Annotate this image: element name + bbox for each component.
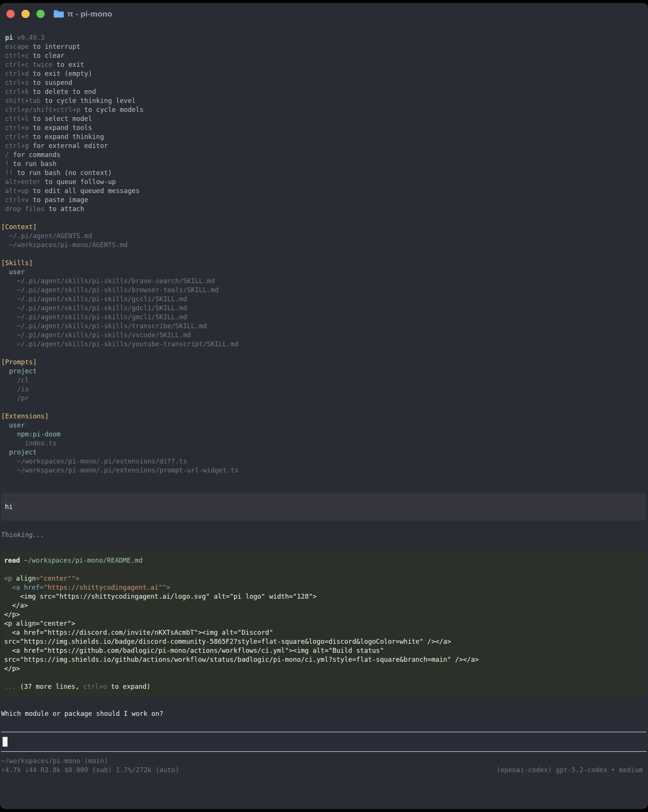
section-row-text: ~/.pi/agent/skills/pi-skills/youtube-tra… [1,340,238,348]
code-line: src="https://img.shields.io/github/actio… [4,655,646,664]
code-line: <p align="center""> [4,574,646,583]
section-row-text: user [1,268,25,276]
code-segment: href [24,584,40,591]
code-segment: src="https://img.shields.io/badge/discor… [4,638,451,645]
code-segment: src="https://img.shields.io/github/actio… [4,656,479,663]
shortcut-line: drop files to attach [1,204,648,213]
section-row: /cl [1,375,648,385]
assistant-message: Which module or package should I work on… [1,709,648,718]
code-segment: <img src="https://shittycodingagent.ai/l… [4,593,317,600]
section-row: ~/.pi/agent/skills/pi-skills/gccli/SKILL… [1,295,648,304]
shortcut-desc: to paste image [33,196,88,203]
sections-block: [Context] ~/.pi/agent/AGENTS.md ~/worksp… [1,222,648,475]
code-segment: <p [4,575,16,582]
shortcut-line: ctrl+g for external editor [1,141,648,150]
shortcut-keys: alt+enter [1,178,45,186]
shortcut-line: alt+enter to queue follow-up [1,177,648,186]
tool-name: read [4,557,20,564]
shortcut-desc: to edit all queued messages [33,187,139,195]
shortcut-line: ctrl+o to expand tools [1,123,648,132]
shortcut-desc: to attach [49,205,84,212]
shortcut-keys: alt+up [1,187,33,195]
truncation-segment: (37 more lines, [20,683,83,690]
zoom-button[interactable] [37,10,45,18]
section-prompts: [Prompts] project /cl /is /pr [1,357,648,403]
shortcut-desc: to select model [33,115,92,122]
shortcut-keys: ctrl+o [1,124,33,131]
shortcut-line: ctrl+d to exit (empty) [1,69,648,78]
shortcut-line: ! to run bash [1,159,648,168]
code-line: <a href="https://shittycodingagent.ai""> [4,583,646,592]
shortcut-line: ctrl+c to clear [1,51,648,60]
code-line: </a> [4,601,646,610]
app-version-line: pi v0.49.3 [1,33,648,42]
text-cursor [3,737,8,746]
title-group: π - pi-mono [54,9,112,19]
section-row-text: ~/.pi/agent/skills/pi-skills/brave-searc… [1,277,215,285]
folder-icon [54,9,64,19]
section-row: ~/workspaces/pi-mono/AGENTS.md [1,240,648,249]
section-row: npm:pi-doom [1,430,648,439]
code-line [4,673,646,682]
usage-status-row: ↑4.7k ↓44 R3.8k $0.009 (sub) 1.7%/272k (… [1,765,648,774]
code-segment: </p> [4,665,20,672]
shortcut-line: ctrl+t to expand thinking [1,132,648,141]
section-title: [Extensions] [1,412,648,421]
section-row: ~/.pi/agent/skills/pi-skills/browser-too… [1,285,648,295]
workdir-status: ~/workspaces/pi-mono (main) [1,756,648,765]
token-usage: ↑4.7k ↓44 R3.8k $0.009 (sub) 1.7%/272k (… [1,765,179,774]
shortcut-desc: to clear [33,52,64,60]
shortcut-desc: to run bash [13,160,57,168]
shortcut-keys: ctrl+c twice [1,61,57,68]
section-row-text: /pr [1,394,29,402]
shortcut-line: ctrl+c twice to exit [1,60,648,69]
terminal-window: π - pi-mono pi v0.49.3 escape to interru… [0,3,648,809]
titlebar[interactable]: π - pi-mono [0,3,648,25]
shortcut-line: ctrl+l to select model [1,114,648,123]
user-message-text: hi [5,502,646,511]
section-title: [Context] [1,222,648,231]
tool-arg-path: ~/workspaces/pi-mono/README.md [24,557,143,564]
app-version: v0.49.3 [17,34,45,41]
section-row-text: npm:pi-doom [1,430,61,438]
shortcut-line: escape to interrupt [1,42,648,51]
model-indicator: (openai-codex) gpt-5.2-codex • medium [496,765,643,774]
code-segment: "https://shittycodingagent.ai" [44,584,162,591]
shortcut-desc: to exit (empty) [33,70,92,77]
tool-code-output: <p align="center""> <a href="https://shi… [4,574,646,682]
section-row-text: ~/workspaces/pi-mono/.pi/extensions/prom… [1,467,238,474]
prompt-input[interactable] [1,732,646,752]
shortcut-line: ctrl+z to suspend [1,78,648,87]
close-button[interactable] [6,10,15,18]
code-segment: <a [4,584,24,591]
shortcut-desc: for external editor [33,142,108,150]
section-row: ~/workspaces/pi-mono/.pi/extensions/diff… [1,457,648,466]
code-line: <a href="https://github.com/badlogic/pi-… [4,646,646,655]
section-row-text: /cl [1,376,29,384]
code-segment: align [16,575,36,582]
code-segment: <a href="https://discord.com/invite/nKXT… [4,629,273,636]
terminal-scrollback[interactable]: pi v0.49.3 escape to interrupt ctrl+c to… [0,25,648,774]
shortcut-line: ctrl+p/shift+ctrl+p to cycle models [1,105,648,114]
section-title-text: [Prompts] [1,358,37,366]
shortcut-line: ctrl+v to paste image [1,195,648,204]
shortcut-desc: to exit [57,61,84,68]
shortcut-line: / for commands [1,150,648,159]
shortcut-desc: to interrupt [33,43,80,50]
shortcut-desc: to expand tools [33,124,92,131]
shortcut-line: ctrl+k to delete to end [1,87,648,96]
section-row: ~/.pi/agent/skills/pi-skills/vscode/SKIL… [1,331,648,339]
tool-call-header: read ~/workspaces/pi-mono/README.md [4,556,646,565]
code-line: src="https://img.shields.io/badge/discor… [4,637,646,646]
shortcut-keys: ctrl+p/shift+ctrl+p [1,106,84,113]
truncation-segment: ... [4,683,20,690]
tool-output-block: read ~/workspaces/pi-mono/README.md <p a… [1,550,646,698]
section-row-text: ~/.pi/agent/AGENTS.md [1,232,92,240]
section-row: project [1,366,648,375]
shortcut-desc: for commands [13,151,61,159]
section-row-text: ~/.pi/agent/skills/pi-skills/vscode/SKIL… [1,331,191,339]
shortcut-line: alt+up to edit all queued messages [1,186,648,195]
shortcut-keys: ctrl+g [1,142,33,150]
shortcut-keys: / [1,151,13,159]
minimize-button[interactable] [21,10,30,18]
